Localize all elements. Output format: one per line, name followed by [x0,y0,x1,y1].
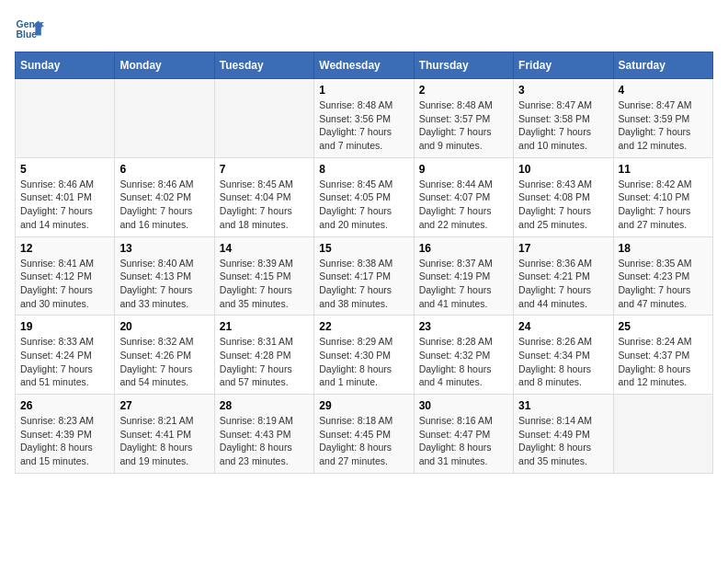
day-number: 18 [619,242,708,255]
day-number: 8 [319,163,408,176]
day-number: 13 [119,242,209,255]
day-info: Sunrise: 8:47 AM Sunset: 3:58 PM Dayligh… [518,98,608,153]
day-number: 28 [220,399,309,412]
calendar-week-2: 5Sunrise: 8:46 AM Sunset: 4:01 PM Daylig… [16,157,713,236]
page-header: General Blue [15,15,713,44]
day-info: Sunrise: 8:18 AM Sunset: 4:45 PM Dayligh… [319,414,408,468]
day-info: Sunrise: 8:45 AM Sunset: 4:05 PM Dayligh… [319,178,408,232]
svg-text:Blue: Blue [17,29,38,40]
day-info: Sunrise: 8:37 AM Sunset: 4:19 PM Dayligh… [419,257,508,311]
day-info: Sunrise: 8:24 AM Sunset: 4:37 PM Dayligh… [619,335,708,389]
calendar-cell: 3Sunrise: 8:47 AM Sunset: 3:58 PM Daylig… [514,79,613,158]
day-number: 23 [419,320,508,333]
calendar-cell: 16Sunrise: 8:37 AM Sunset: 4:19 PM Dayli… [414,236,513,316]
day-number: 3 [518,84,608,97]
calendar-cell: 13Sunrise: 8:40 AM Sunset: 4:13 PM Dayli… [115,236,214,316]
day-info: Sunrise: 8:16 AM Sunset: 4:47 PM Dayligh… [419,414,508,468]
day-number: 17 [518,242,608,255]
day-number: 11 [619,163,708,176]
calendar-cell: 31Sunrise: 8:14 AM Sunset: 4:49 PM Dayli… [514,395,613,474]
calendar-header: SundayMondayTuesdayWednesdayThursdayFrid… [16,52,713,79]
day-number: 12 [20,242,109,255]
day-info: Sunrise: 8:46 AM Sunset: 4:02 PM Dayligh… [119,178,209,232]
calendar-cell: 5Sunrise: 8:46 AM Sunset: 4:01 PM Daylig… [16,157,115,236]
day-number: 20 [119,320,209,333]
header-cell-thursday: Thursday [414,52,513,79]
day-info: Sunrise: 8:19 AM Sunset: 4:43 PM Dayligh… [220,414,309,468]
day-info: Sunrise: 8:38 AM Sunset: 4:17 PM Dayligh… [319,257,408,311]
calendar-cell: 14Sunrise: 8:39 AM Sunset: 4:15 PM Dayli… [214,236,313,316]
calendar-cell: 22Sunrise: 8:29 AM Sunset: 4:30 PM Dayli… [314,316,414,395]
day-number: 5 [20,163,109,176]
calendar-body: 1Sunrise: 8:48 AM Sunset: 3:56 PM Daylig… [16,79,713,474]
day-info: Sunrise: 8:41 AM Sunset: 4:12 PM Dayligh… [20,257,109,311]
day-number: 21 [220,320,309,333]
header-cell-friday: Friday [514,52,613,79]
calendar-cell: 24Sunrise: 8:26 AM Sunset: 4:34 PM Dayli… [514,316,613,395]
day-number: 26 [20,399,109,412]
day-info: Sunrise: 8:48 AM Sunset: 3:57 PM Dayligh… [419,98,508,153]
day-number: 25 [619,320,708,333]
day-number: 9 [419,163,508,176]
day-number: 6 [119,163,209,176]
day-number: 1 [319,84,408,97]
day-info: Sunrise: 8:42 AM Sunset: 4:10 PM Dayligh… [619,178,708,232]
day-number: 7 [220,163,309,176]
calendar-cell: 19Sunrise: 8:33 AM Sunset: 4:24 PM Dayli… [16,316,115,395]
day-info: Sunrise: 8:21 AM Sunset: 4:41 PM Dayligh… [119,414,209,468]
calendar-cell: 18Sunrise: 8:35 AM Sunset: 4:23 PM Dayli… [613,236,712,316]
day-info: Sunrise: 8:44 AM Sunset: 4:07 PM Dayligh… [419,178,508,232]
day-info: Sunrise: 8:32 AM Sunset: 4:26 PM Dayligh… [119,335,209,389]
header-cell-tuesday: Tuesday [214,52,313,79]
day-number: 30 [419,399,508,412]
day-info: Sunrise: 8:29 AM Sunset: 4:30 PM Dayligh… [319,335,408,389]
header-cell-monday: Monday [115,52,214,79]
calendar-week-3: 12Sunrise: 8:41 AM Sunset: 4:12 PM Dayli… [16,236,713,316]
day-number: 22 [319,320,408,333]
day-number: 2 [419,84,508,97]
day-number: 15 [319,242,408,255]
calendar-cell: 25Sunrise: 8:24 AM Sunset: 4:37 PM Dayli… [613,316,712,395]
day-number: 10 [518,163,608,176]
day-info: Sunrise: 8:14 AM Sunset: 4:49 PM Dayligh… [518,414,608,468]
calendar-cell: 2Sunrise: 8:48 AM Sunset: 3:57 PM Daylig… [414,79,513,158]
header-cell-saturday: Saturday [613,52,712,79]
calendar-cell [115,79,214,158]
day-number: 24 [518,320,608,333]
calendar-cell: 17Sunrise: 8:36 AM Sunset: 4:21 PM Dayli… [514,236,613,316]
calendar-cell: 28Sunrise: 8:19 AM Sunset: 4:43 PM Dayli… [214,395,313,474]
calendar-week-1: 1Sunrise: 8:48 AM Sunset: 3:56 PM Daylig… [16,79,713,158]
day-number: 16 [419,242,508,255]
day-info: Sunrise: 8:35 AM Sunset: 4:23 PM Dayligh… [619,257,708,311]
day-info: Sunrise: 8:39 AM Sunset: 4:15 PM Dayligh… [220,257,309,311]
logo-icon: General Blue [15,15,44,44]
calendar-week-4: 19Sunrise: 8:33 AM Sunset: 4:24 PM Dayli… [16,316,713,395]
calendar-cell: 1Sunrise: 8:48 AM Sunset: 3:56 PM Daylig… [314,79,414,158]
calendar-cell: 8Sunrise: 8:45 AM Sunset: 4:05 PM Daylig… [314,157,414,236]
calendar-cell: 11Sunrise: 8:42 AM Sunset: 4:10 PM Dayli… [613,157,712,236]
day-info: Sunrise: 8:45 AM Sunset: 4:04 PM Dayligh… [220,178,309,232]
logo: General Blue [15,15,44,44]
day-number: 14 [220,242,309,255]
calendar-cell: 29Sunrise: 8:18 AM Sunset: 4:45 PM Dayli… [314,395,414,474]
calendar-cell: 23Sunrise: 8:28 AM Sunset: 4:32 PM Dayli… [414,316,513,395]
calendar-cell: 9Sunrise: 8:44 AM Sunset: 4:07 PM Daylig… [414,157,513,236]
calendar-cell: 20Sunrise: 8:32 AM Sunset: 4:26 PM Dayli… [115,316,214,395]
header-row: SundayMondayTuesdayWednesdayThursdayFrid… [16,52,713,79]
day-info: Sunrise: 8:26 AM Sunset: 4:34 PM Dayligh… [518,335,608,389]
day-info: Sunrise: 8:43 AM Sunset: 4:08 PM Dayligh… [518,178,608,232]
calendar-cell [16,79,115,158]
header-cell-wednesday: Wednesday [314,52,414,79]
day-number: 4 [619,84,708,97]
day-number: 31 [518,399,608,412]
calendar-cell [214,79,313,158]
day-info: Sunrise: 8:36 AM Sunset: 4:21 PM Dayligh… [518,257,608,311]
day-info: Sunrise: 8:47 AM Sunset: 3:59 PM Dayligh… [619,98,708,153]
day-info: Sunrise: 8:28 AM Sunset: 4:32 PM Dayligh… [419,335,508,389]
calendar-week-5: 26Sunrise: 8:23 AM Sunset: 4:39 PM Dayli… [16,395,713,474]
calendar-cell: 21Sunrise: 8:31 AM Sunset: 4:28 PM Dayli… [214,316,313,395]
calendar-cell: 4Sunrise: 8:47 AM Sunset: 3:59 PM Daylig… [613,79,712,158]
day-info: Sunrise: 8:31 AM Sunset: 4:28 PM Dayligh… [220,335,309,389]
day-number: 19 [20,320,109,333]
day-number: 29 [319,399,408,412]
